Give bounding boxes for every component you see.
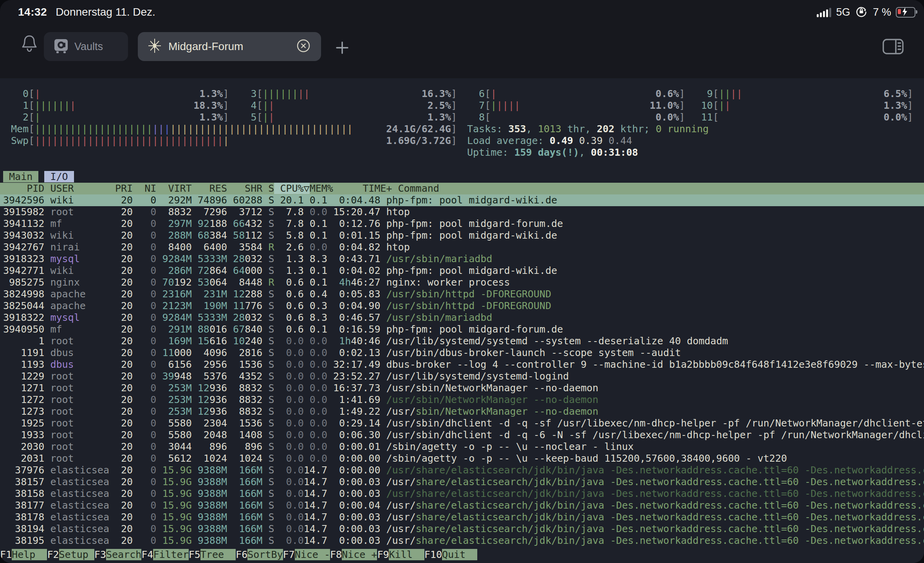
fkey-tree[interactable]: F5Tree [189, 549, 236, 561]
cpu-meter-7: 7[|||||11.0%] [467, 100, 685, 112]
tab-close-button[interactable] [295, 38, 312, 56]
cpu-meter-0: 0[|1.3%] [11, 88, 229, 100]
process-row[interactable]: 1933 root 20 0 5580 2048 1408 S 0.0 0.0 … [0, 429, 924, 441]
cpu-meter-4: 4[||2.5%] [239, 100, 457, 112]
cpu-meter-11: 11[0.0%] [695, 112, 913, 123]
rotation-lock-icon [855, 5, 868, 20]
cpu-meter-2: 2[|1.3%] [11, 112, 229, 123]
process-row[interactable]: 3825044 apache 20 0 2123M 190M 11776 S 0… [0, 300, 924, 312]
cpu-meter-1: 1[|||||||18.3%] [11, 100, 229, 112]
fkey-kill[interactable]: F9Kill [377, 549, 424, 561]
process-row[interactable]: 38195 elasticsea 20 0 15.9G 9388M 166M S… [0, 535, 924, 547]
tab-active-title: Midgard-Forum [168, 40, 295, 53]
uptime: Uptime: 159 days(!), 00:31:08 [467, 147, 913, 158]
process-row[interactable]: 38158 elasticsea 20 0 15.9G 9388M 166M S… [0, 488, 924, 500]
process-row[interactable]: 3942767 nirai 20 0 8400 6400 3584 R 2.6 … [0, 241, 924, 253]
process-row[interactable]: 1 root 20 0 169M 15616 10240 S 0.0 0.0 1… [0, 335, 924, 347]
process-row[interactable]: 3942771 wiki 20 0 286M 72864 64000 S 1.3… [0, 265, 924, 277]
sort-column-cpu: CPU%▽ [274, 183, 309, 194]
tab-io[interactable]: I/O [44, 171, 74, 182]
battery-percent: 7 % [873, 6, 891, 18]
fkey-nice-[interactable]: F7Nice - [283, 549, 330, 561]
tab-vaults-label: Vaults [74, 41, 103, 53]
host-star-icon [147, 37, 162, 56]
process-row[interactable]: 1191 dbus 20 0 11000 4096 2816 S 0.0 0.0… [0, 347, 924, 359]
htop-screen-tabs: Main I/O [0, 171, 924, 183]
cpu-meter-5: 5[||1.3%] [239, 112, 457, 123]
process-row[interactable]: 38177 elasticsea 20 0 15.9G 9388M 166M S… [0, 500, 924, 511]
battery-icon [896, 7, 915, 18]
clock: 14:32 [18, 6, 47, 18]
mem-meter: Mem[||||||||||||||||||||||||||||||||||||… [11, 123, 457, 135]
process-row[interactable]: 3940950 mf 20 0 291M 88016 67840 S 0.6 0… [0, 324, 924, 335]
process-row[interactable]: 2030 root 20 0 3044 896 896 S 0.0 0.0 0:… [0, 441, 924, 453]
process-row[interactable]: 1271 root 20 0 253M 12936 8832 S 0.0 0.0… [0, 382, 924, 394]
tab-main[interactable]: Main [3, 171, 38, 182]
fkey-nice-[interactable]: F8Nice + [330, 549, 377, 561]
new-tab-button[interactable] [334, 39, 351, 58]
tab-active-host[interactable]: Midgard-Forum [138, 32, 321, 61]
process-row[interactable]: 3918323 mysql 20 0 9284M 5333M 28032 S 1… [0, 253, 924, 265]
notifications-bell-icon[interactable] [20, 34, 38, 55]
sidebar-toggle-button[interactable] [881, 37, 905, 58]
process-row[interactable]: 1925 root 20 0 5580 2304 1536 S 0.0 0.0 … [0, 417, 924, 429]
fkey-search[interactable]: F3Search [94, 549, 141, 561]
fkey-help[interactable]: F1Help [0, 549, 47, 561]
process-row[interactable]: 3915982 root 20 0 8832 7296 3712 S 7.8 0… [0, 206, 924, 218]
status-bar: 14:32 Donnerstag 11. Dez. 5G 7 % [0, 0, 924, 24]
load-average: Load average: 0.49 0.39 0.44 [467, 135, 913, 147]
process-table-header[interactable]: PID USER PRI NI VIRT RES SHR S CPU%▽MEM%… [0, 183, 924, 194]
tasks-summary: Tasks: 353, 1013 thr, 202 kthr; 0 runnin… [467, 123, 913, 135]
process-row[interactable]: 38157 elasticsea 20 0 15.9G 9388M 166M S… [0, 476, 924, 488]
cpu-meter-6: 6[|0.6%] [467, 88, 685, 100]
vault-icon [53, 38, 69, 56]
htop-meter-block: 0[|1.3%] 3[||||||||16.3%] 6[|0.6%] 9[|||… [0, 78, 924, 158]
fkey-filter[interactable]: F4Filter [141, 549, 188, 561]
status-date: Donnerstag 11. Dez. [56, 6, 155, 18]
fkey-setup[interactable]: F2Setup [47, 549, 94, 561]
cpu-meter-10: 10[||1.3%] [695, 100, 913, 112]
process-row[interactable]: 3824998 apache 20 0 2316M 231M 12288 S 0… [0, 288, 924, 300]
process-row[interactable]: 1229 root 20 0 39948 5376 4352 S 0.0 0.0… [0, 371, 924, 382]
tab-bar: Vaults Midgard-Forum [0, 24, 924, 68]
tab-vaults[interactable]: Vaults [44, 32, 128, 61]
cpu-meter-8: 8[0.0%] [467, 112, 685, 123]
process-row[interactable]: 985275 nginx 20 0 70192 53064 8448 R 0.6… [0, 277, 924, 288]
cellular-signal-icon [817, 7, 831, 17]
function-key-bar: F1Help F2Setup F3SearchF4FilterF5Tree F6… [0, 547, 924, 563]
process-row[interactable]: 1272 root 20 0 253M 12936 8832 S 0.0 0.0… [0, 394, 924, 406]
fkey-sortby[interactable]: F6SortBy [236, 549, 283, 561]
ipad-screen: 14:32 Donnerstag 11. Dez. 5G 7 % [0, 0, 924, 563]
process-row[interactable]: 38194 elasticsea 20 0 15.9G 9388M 166M S… [0, 523, 924, 535]
process-row[interactable]: 3943032 wiki 20 0 288M 68384 58112 S 5.8… [0, 230, 924, 241]
process-row-selected[interactable]: 3942596 wiki 20 0 292M 74896 60288 S 20.… [0, 194, 924, 206]
cpu-meter-9: 9[||||6.5%] [695, 88, 913, 100]
swp-meter: Swp[|||||||||||||||||||||||||||||||||1.6… [11, 135, 457, 147]
process-row[interactable]: 37976 elasticsea 20 0 15.9G 9388M 166M S… [0, 464, 924, 476]
fkey-quit[interactable]: F10Quit [424, 549, 477, 561]
terminal-htop: 0[|1.3%] 3[||||||||16.3%] 6[|0.6%] 9[|||… [0, 78, 924, 563]
network-type-label: 5G [836, 6, 850, 18]
process-row[interactable]: 3941132 mf 20 0 297M 92188 66432 S 7.8 0… [0, 218, 924, 230]
process-row[interactable]: 1193 dbus 20 0 6156 2956 1536 S 0.0 0.0 … [0, 359, 924, 371]
process-row[interactable]: 38178 elasticsea 20 0 15.9G 9388M 166M S… [0, 511, 924, 523]
cpu-meter-3: 3[||||||||16.3%] [239, 88, 457, 100]
process-table: 3942596 wiki 20 0 292M 74896 60288 S 20.… [0, 194, 924, 547]
process-row[interactable]: 1273 root 20 0 253M 12936 8832 S 0.0 0.0… [0, 406, 924, 417]
process-row[interactable]: 3918322 mysql 20 0 9284M 5333M 28032 S 0… [0, 312, 924, 324]
process-row[interactable]: 2031 root 20 0 5612 1024 1024 S 0.0 0.0 … [0, 453, 924, 464]
